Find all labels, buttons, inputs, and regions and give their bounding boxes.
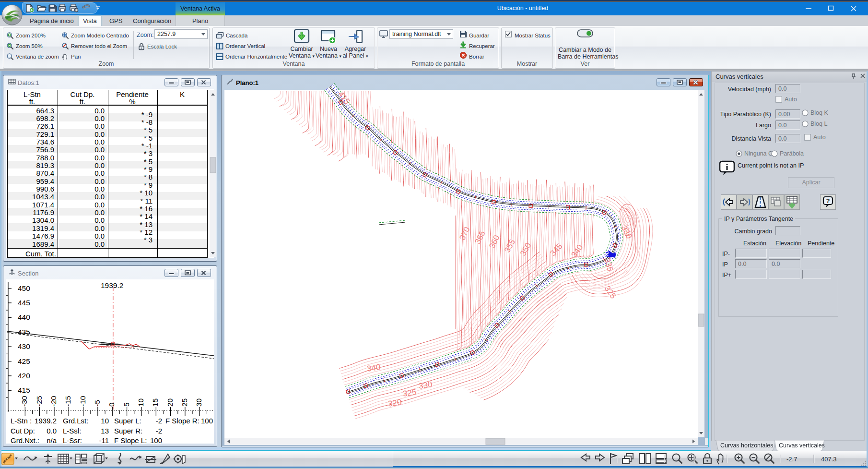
svg-text:440: 440 xyxy=(18,313,30,321)
svg-text:0: 0 xyxy=(107,402,116,407)
svg-text:407.3: 407.3 xyxy=(821,456,837,463)
svg-text:-25: -25 xyxy=(35,396,43,407)
svg-text:-10: -10 xyxy=(79,396,87,407)
svg-text:?: ? xyxy=(826,197,830,204)
svg-text:-20: -20 xyxy=(49,396,58,407)
svg-text:325: 325 xyxy=(402,387,417,398)
svg-text:-15: -15 xyxy=(64,396,72,407)
svg-text:25: 25 xyxy=(180,398,188,407)
svg-text:430: 430 xyxy=(18,342,30,350)
svg-text:-30: -30 xyxy=(20,396,28,407)
svg-text:450: 450 xyxy=(18,284,30,292)
svg-text:320: 320 xyxy=(387,397,402,409)
svg-text:1939.2: 1939.2 xyxy=(101,281,123,289)
svg-text:5: 5 xyxy=(122,402,130,407)
svg-text:10: 10 xyxy=(137,398,145,407)
svg-text:445: 445 xyxy=(18,299,30,307)
svg-text:340: 340 xyxy=(366,362,381,373)
svg-text:-2.7: -2.7 xyxy=(786,456,797,463)
svg-text:415: 415 xyxy=(18,386,30,394)
svg-text:425: 425 xyxy=(18,357,30,365)
svg-text:-5: -5 xyxy=(93,400,101,407)
svg-text:420: 420 xyxy=(18,372,30,380)
svg-text:15: 15 xyxy=(151,398,159,407)
svg-text:20: 20 xyxy=(166,398,174,407)
svg-text:30: 30 xyxy=(195,398,203,407)
svg-text:330: 330 xyxy=(418,380,433,391)
